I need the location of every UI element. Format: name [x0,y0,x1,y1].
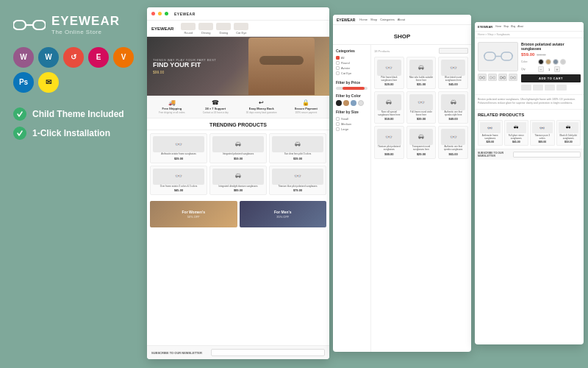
qty-minus-btn[interactable]: − [538,66,544,72]
nav-cat-1: Round [181,23,196,35]
filter-check-round [336,61,340,65]
shop-products-grid: 👓 Pilot frame black sunglasses here $29.… [374,57,468,159]
shop-product-img-4: 🕶 [377,94,401,110]
cat-img-3 [216,23,231,30]
cat-img-1 [181,23,196,30]
banner-women-sub: 50% OFF [187,215,200,219]
swatch-black[interactable] [538,59,544,65]
feat-payment-icon: 🔒 [302,99,309,106]
shop-logo: EYEWEAR [337,18,355,22]
prod-newsletter-label: SUBSCRIBE TO OUR NEWSLETTER [478,152,511,158]
related-item-1: 👓 Anthracite frame sunglasses $29.00 [478,120,503,146]
prod-thumb-3[interactable] [498,74,507,81]
product-screenshot: EYEWEAR Home Shop Blog About Home > Shop… [475,22,584,344]
prod-newsletter-input[interactable] [513,152,581,158]
swatch-silver[interactable] [553,59,559,65]
banner-women-label: For Women's [182,210,205,214]
shop-product-name-3: Blue tinted round sunglasses here [441,77,465,82]
shop-product-img-6: 🕶 [441,94,465,110]
home-banners: For Women's 50% OFF For Men's 35% OFF [147,198,329,230]
shop-nav: Home Shop Categories About [359,18,405,21]
topbar-logo: EYEWEAR [174,12,196,16]
banner-men: For Men's 35% OFF [240,201,327,227]
add-to-cart-btn[interactable]: ADD TO CART [521,74,581,82]
sort-select[interactable] [439,48,468,54]
shop-product-img-1: 👓 [377,60,401,76]
related-img-2: 🕶 [506,122,527,133]
check-icon-child [13,107,26,121]
banner-men-label: For Men's [274,210,291,214]
related-img-3: 👓 [532,122,553,133]
svg-rect-0 [13,21,26,29]
shop-topbar: EYEWEAR Home Shop Categories About [333,15,471,25]
shop-product-8: 🕶 Transparent round sunglasses here $29.… [406,126,437,158]
shop-product-4: 🕶 None all special sunglasses frame here… [374,91,404,124]
shop-nav-cat: Categories [380,18,394,21]
prod-breadcrumb: Home > Shop > Sunglasses [475,32,584,38]
svg-rect-10 [479,77,482,79]
prod-info: Brixton polarized aviator sunglasses $59… [521,42,581,91]
product-name-4: Over frame aviator 3 colors & 3 colors [160,185,197,188]
pay-icon-visa [521,85,531,91]
product-name-1: Anthracite aviator frame sunglasses [161,153,196,156]
shop-product-img-8: 🕶 [409,129,434,145]
svg-rect-11 [483,77,486,79]
shop-product-name-9: Authentic one that speaks sunglasses [441,146,465,151]
nav-cat-3: Dating [216,23,231,35]
prod-thumb-1[interactable] [478,74,487,81]
product-card-4: 👓 Over frame aviator 3 colors & 3 colors… [150,166,207,196]
sidebar-size-title: Filter by Size [336,110,368,114]
svg-rect-20 [514,77,517,79]
shop-product-price-7: $89.00 [384,152,393,156]
prod-quantity: − 1 + [538,66,560,72]
prod-logo: EYEWEAR [478,25,492,29]
filter-check-all [336,56,340,60]
price-slider-fill [343,87,365,90]
product-img-5: 🕶 [212,169,264,185]
related-products-section: RELATED PRODUCTS 👓 Anthracite frame sung… [475,109,584,149]
plugin-icons-row: W W ↺ E V Ps ✉ [13,47,134,93]
prod-thumb-2[interactable] [488,74,497,81]
home-topbar: EYEWEAR [147,7,329,21]
logo-text-block: EYEWEAR The Online Store [51,15,120,35]
qty-plus-btn[interactable]: + [554,66,560,72]
elementor-icon: E [88,47,109,68]
prod-color-attr: Color: [521,59,581,65]
sidebar-categories-title: Categories [336,49,368,53]
prod-color-label: Color: [521,60,536,63]
shop-product-name-6: Authentic one that speaks style here [441,111,465,116]
swatch-gold[interactable] [545,59,551,65]
prod-nav: Home Shop Blog About [495,25,523,28]
cat-round-label: Round [341,61,350,65]
prod-old-price: $80.00 [537,53,545,57]
prod-attributes: Color: Qty: − 1 + [521,59,581,72]
shop-title: SHOP [394,33,411,40]
shop-layout: Categories All Round Aviator Cat Eye [333,45,471,352]
svg-rect-16 [500,77,503,79]
product-price-4: $45.00 [174,188,183,192]
related-img-4: 🕶 [559,122,579,133]
swatch-gray[interactable] [560,59,566,65]
prod-glasses-image [484,49,513,64]
related-name-3: Titanium pure 3 colors [532,134,553,140]
shop-product-price-8: $29.00 [417,152,426,156]
home-hero-banner: Things Way Play Your Part Best FIND YOUR… [147,37,329,96]
prod-nav-about: About [517,25,523,28]
shop-nav-home: Home [359,18,368,21]
cat-img-2 [198,23,213,30]
product-name-6: Titanium blue pilot polarized sunglasses [278,185,317,188]
prod-nav-shop: Shop [503,25,509,28]
product-name-3: Sun clear lens pilot 3 colors [284,153,312,156]
sidebar-size-lg: Large [336,127,368,132]
logo-area: EYEWEAR The Online Store [13,15,134,35]
photoshop-icon: Ps [13,72,34,93]
shop-product-7: 👓 Titanium pilot polarized sunglasses $8… [374,126,404,158]
related-name-1: Anthracite frame sunglasses [480,134,501,140]
prod-qty-label: Qty: [521,68,536,71]
product-price-1: $29.00 [174,157,183,160]
feat-support: ☎ 24 × 7 Support Contact us 24 hours a d… [203,99,229,114]
prod-thumb-4[interactable] [509,74,517,81]
newsletter-input[interactable] [211,349,325,356]
cat-label-3: Dating [220,31,229,35]
topbar-dot-red [151,12,155,15]
